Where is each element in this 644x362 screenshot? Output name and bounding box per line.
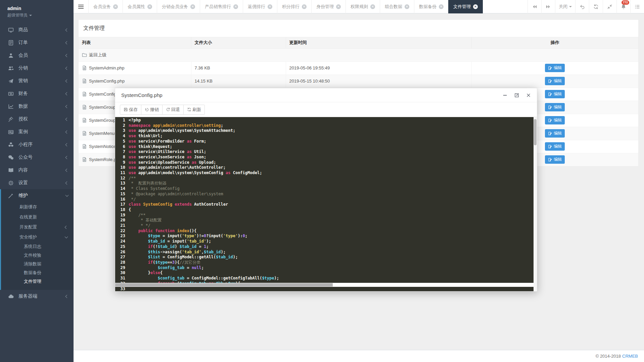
topbar-tab[interactable]: 身份管理✕ — [311, 0, 346, 13]
edit-button[interactable]: 编辑 — [545, 90, 565, 98]
control-close-tabs-dropdown[interactable]: 关闭 — [555, 0, 575, 13]
sidebar-item-members[interactable]: 会员 — [0, 49, 74, 62]
toolbar-undo-button[interactable]: 撤销 — [141, 105, 163, 115]
sidebar-item-distribution[interactable]: 分销 — [0, 62, 74, 74]
edit-icon — [548, 118, 552, 122]
control-compress-screen[interactable] — [603, 0, 616, 13]
topbar-tab[interactable]: 文件管理✕ — [448, 0, 483, 13]
chevron-left-icon — [65, 181, 69, 185]
topbar-tab[interactable]: 组合数据✕ — [380, 0, 414, 13]
line-content: * 基础配置 — [129, 218, 162, 223]
sidebar-item-goods[interactable]: 商品 — [0, 23, 74, 36]
line-number: 17 — [115, 202, 125, 207]
edit-button[interactable]: 编辑 — [545, 103, 565, 111]
tab-close-icon[interactable]: ✕ — [370, 4, 375, 9]
sidebar-subitem-dev-config[interactable]: 开发配置 — [1, 222, 74, 232]
topbar-tab[interactable]: 积分排行✕ — [277, 0, 311, 13]
edit-button[interactable]: 编辑 — [545, 64, 565, 72]
item-label: 营销 — [18, 78, 66, 84]
tab-close-icon[interactable]: ✕ — [302, 4, 307, 9]
gear-icon — [8, 180, 14, 186]
tab-close-icon[interactable]: ✕ — [473, 4, 478, 9]
chevron-left-icon — [65, 295, 69, 298]
sidebar-subitem-refresh-cache[interactable]: 刷新缓存 — [1, 202, 74, 212]
line-content: public function index(){ — [129, 228, 196, 234]
tab-label: 产品销售排行 — [205, 4, 231, 10]
maximize-icon[interactable] — [514, 93, 519, 98]
sidebar-subitem-online-update[interactable]: 在线更新 — [1, 212, 74, 222]
tab-close-icon[interactable]: ✕ — [336, 4, 341, 9]
minimize-icon[interactable] — [502, 93, 507, 98]
tab-close-icon[interactable]: ✕ — [233, 4, 238, 9]
sidebar-subitem-data-backup[interactable]: 数据备份 — [1, 268, 74, 277]
sidebar-subitem-file-verify[interactable]: 文件校验 — [1, 251, 74, 260]
sidebar-subitem-system-log[interactable]: 系统日志 — [1, 242, 74, 251]
bell-icon — [621, 4, 626, 9]
code-editor[interactable]: 1<?php2namespace app\admin\controller\se… — [115, 117, 537, 291]
table-row: SystemAdmin.php7.36 KB2019-05-06 19:55:4… — [79, 61, 638, 74]
sidebar-item-server-side[interactable]: 服务器端 — [0, 290, 74, 303]
line-number: 25 — [115, 244, 125, 250]
user-role-dropdown[interactable]: 超级管理员 — [7, 12, 66, 18]
tab-close-icon[interactable]: ✕ — [113, 4, 118, 9]
sidebar-item-wechat-official[interactable]: 公众号 — [0, 151, 74, 164]
line-content: if($type==3){//其它分类 — [129, 260, 200, 265]
sidebar-item-orders[interactable]: 订单 — [0, 36, 74, 49]
control-notifications[interactable]: 772 — [616, 0, 630, 13]
edit-button[interactable]: 编辑 — [545, 116, 565, 124]
edit-button[interactable]: 编辑 — [545, 77, 565, 85]
line-number: 15 — [115, 192, 125, 197]
crmeb-link[interactable]: CRMEB — [622, 354, 638, 359]
horizontal-scrollbar[interactable] — [115, 283, 534, 287]
sidebar-item-data[interactable]: 数据 — [0, 100, 74, 113]
control-nav-backward[interactable] — [527, 0, 541, 13]
tab-close-icon[interactable]: ✕ — [190, 4, 195, 9]
tab-close-icon[interactable]: ✕ — [405, 4, 409, 9]
toolbar-button-label: 撤销 — [150, 107, 159, 113]
item-label: 商品 — [18, 27, 66, 33]
toolbar-save-button[interactable]: 保存 — [120, 105, 141, 115]
sidebar-item-finance[interactable]: 财务 — [0, 87, 74, 100]
up-cell[interactable]: 返回上级 — [79, 48, 638, 61]
line-content: class SystemConfig extends AuthControlle… — [129, 202, 228, 207]
topbar-tab[interactable]: 返佣排行✕ — [243, 0, 277, 13]
sidebar-item-maintenance[interactable]: 维护 — [1, 189, 74, 202]
tab-close-icon[interactable]: ✕ — [268, 4, 272, 9]
sidebar-item-miniapp[interactable]: 小程序 — [0, 138, 74, 151]
tab-close-icon[interactable]: ✕ — [439, 4, 444, 9]
sidebar-item-content[interactable]: 内容 — [0, 164, 74, 176]
topbar-tab[interactable]: 会员业务✕ — [88, 0, 123, 13]
toolbar-rollback-button[interactable]: 回退 — [162, 105, 184, 115]
topbar-tab[interactable]: 权限规则✕ — [346, 0, 380, 13]
edit-button[interactable]: 编辑 — [545, 142, 565, 151]
sidebar-subitem-file-manage[interactable]: 文件管理 — [1, 277, 74, 286]
toolbar-refresh-button[interactable]: 刷新 — [183, 105, 205, 115]
sidebar-item-authorization[interactable]: 授权 — [0, 113, 74, 125]
table-row-up[interactable]: 返回上级 — [79, 48, 638, 61]
code-editor-modal: SystemConfig.php 保存撤销回退刷新 1<?php2namespa… — [115, 88, 537, 292]
vertical-scrollbar[interactable] — [534, 117, 537, 291]
control-refresh-page[interactable] — [589, 0, 603, 13]
control-task-list[interactable] — [630, 0, 644, 13]
sidebar-item-cases[interactable]: 案例 — [0, 125, 74, 138]
hamburger-menu-icon[interactable] — [74, 0, 88, 13]
control-undo-nav[interactable] — [575, 0, 589, 13]
sidebar-subitem-security-maintain[interactable]: 安全维护 — [1, 232, 74, 242]
topbar-tab[interactable]: 数据备份✕ — [414, 0, 448, 13]
chevron-left-icon — [65, 92, 69, 95]
sidebar-item-settings[interactable]: 设置 — [0, 176, 74, 189]
close-icon[interactable] — [526, 93, 531, 98]
tab-close-icon[interactable]: ✕ — [147, 4, 152, 9]
topbar-tab[interactable]: 分销会员业务✕ — [157, 0, 200, 13]
line-content: use service\UtilService as Util; — [129, 149, 206, 155]
sidebar-item-marketing[interactable]: 营销 — [0, 74, 74, 87]
control-nav-forward[interactable] — [541, 0, 555, 13]
edit-button[interactable]: 编辑 — [545, 155, 565, 164]
edit-button[interactable]: 编辑 — [545, 129, 565, 138]
line-number: 30 — [115, 270, 125, 276]
sidebar-subitem-clear-data[interactable]: 清除数据 — [1, 260, 74, 268]
topbar-tab[interactable]: 会员属性✕ — [123, 0, 157, 13]
topbar-tab[interactable]: 产品销售排行✕ — [200, 0, 243, 13]
chevron-left-icon — [65, 79, 69, 83]
code-line: 8use service\JsonService as Json; — [115, 155, 537, 160]
